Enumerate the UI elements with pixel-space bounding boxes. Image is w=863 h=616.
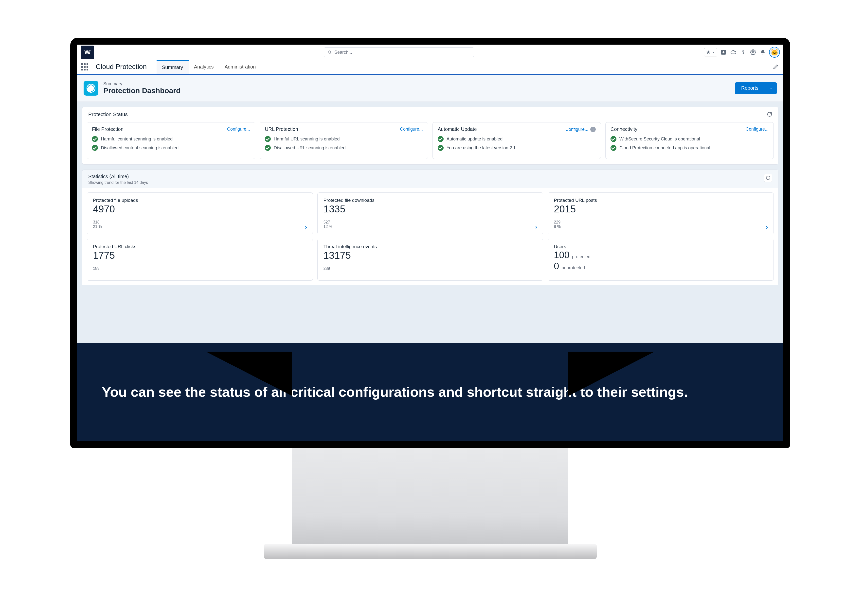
monitor-stand-neck: [292, 448, 569, 544]
refresh-button[interactable]: [767, 112, 772, 117]
stat-card[interactable]: Users 100protected 0unprotected: [548, 239, 774, 281]
svg-line-1: [331, 53, 331, 54]
caret-down-icon: [769, 86, 773, 90]
stat-card[interactable]: Protected URL posts 2015 229 8 %: [548, 192, 774, 234]
user-avatar[interactable]: 🐱: [769, 47, 780, 58]
stat-sub1: 527: [323, 220, 537, 225]
check-icon: [611, 136, 616, 142]
protection-status-title: Protection Status: [88, 112, 128, 117]
svg-point-0: [328, 51, 331, 53]
app-screen: W/ Search...: [77, 45, 783, 441]
stat-card[interactable]: Protected file downloads 1335 527 12 %: [317, 192, 543, 234]
notifications-button[interactable]: [759, 49, 767, 55]
stat-sub2: 21 %: [93, 225, 307, 229]
stat-value: 100: [554, 250, 569, 261]
status-card-title: Connectivity: [611, 126, 638, 132]
pencil-icon: [773, 64, 778, 69]
favorites-dropdown[interactable]: [704, 48, 717, 57]
star-icon: [706, 50, 710, 55]
status-card-url-protection: URL ProtectionConfigure...Harmful URL sc…: [260, 122, 428, 159]
page-header: Summary Protection Dashboard Reports: [77, 75, 783, 102]
status-line: Disallowed URL scanning is enabled: [265, 145, 423, 151]
stat-value: 2015: [554, 204, 768, 215]
check-icon: [611, 145, 616, 151]
page-title: Protection Dashboard: [103, 86, 181, 95]
protection-status-panel: Protection Status File ProtectionConfigu…: [82, 107, 778, 165]
stat-card[interactable]: Protected file uploads 4970 318 21 %: [87, 192, 313, 234]
app-launcher-icon[interactable]: [81, 63, 88, 71]
configure-link[interactable]: Configure...: [400, 127, 423, 132]
statistics-title: Statistics (All time): [88, 174, 148, 179]
status-card-title: URL Protection: [265, 126, 298, 132]
stat-value: 13175: [323, 250, 537, 261]
search-placeholder: Search...: [334, 50, 352, 55]
stat-label: Protected URL clicks: [93, 244, 307, 249]
app-name: Cloud Protection: [96, 63, 147, 71]
configure-link[interactable]: Configure...: [227, 127, 250, 132]
help-button[interactable]: [739, 49, 747, 55]
stat-card[interactable]: Protected URL clicks 1775 189: [87, 239, 313, 281]
app-nav: Cloud Protection Summary Analytics Admin…: [77, 60, 783, 75]
status-card-connectivity: ConnectivityConfigure...WithSecure Secur…: [605, 122, 774, 159]
svg-marker-2: [707, 50, 710, 54]
stat-sub2: 12 %: [323, 225, 537, 229]
stat-card[interactable]: Threat intelligence events 13175 289: [317, 239, 543, 281]
stat-suffix: protected: [572, 254, 591, 259]
check-icon: [265, 145, 271, 151]
stat-sub1: 289: [323, 266, 537, 271]
cloud-icon: [730, 49, 737, 55]
chevron-right-icon: [304, 225, 308, 229]
stat-value: 1335: [323, 204, 537, 215]
add-button[interactable]: [720, 49, 727, 55]
caption-overlay: You can see the status of all critical c…: [77, 343, 783, 441]
global-header: W/ Search...: [77, 45, 783, 60]
info-icon[interactable]: i: [590, 127, 596, 132]
edit-nav-button[interactable]: [773, 64, 778, 69]
status-line: Automatic update is enabled: [438, 136, 596, 142]
stat-value: 4970: [93, 204, 307, 215]
status-line: You are using the latest version 2.1: [438, 145, 596, 151]
status-card-file-protection: File ProtectionConfigure...Harmful conte…: [87, 122, 255, 159]
stat-sub1: 229: [554, 220, 768, 225]
check-icon: [92, 145, 98, 151]
search-icon: [328, 50, 332, 55]
configure-link[interactable]: Configure...: [565, 127, 588, 132]
page-eyebrow: Summary: [103, 81, 122, 86]
refresh-icon: [767, 112, 772, 117]
tab-summary[interactable]: Summary: [157, 60, 189, 74]
check-icon: [92, 136, 98, 142]
tab-analytics[interactable]: Analytics: [189, 60, 219, 74]
stat-sub1: 189: [93, 266, 307, 271]
stat-sub2: 8 %: [554, 225, 768, 229]
reports-button[interactable]: Reports: [735, 82, 765, 94]
refresh-icon: [765, 176, 770, 181]
stat-label: Protected file downloads: [323, 198, 537, 203]
check-icon: [438, 136, 444, 142]
tab-administration[interactable]: Administration: [219, 60, 261, 74]
reports-dropdown[interactable]: [765, 82, 777, 94]
chevron-right-icon: [765, 225, 769, 229]
stats-refresh-button[interactable]: [764, 174, 772, 182]
app-logo[interactable]: W/: [80, 46, 94, 59]
stat-value: 1775: [93, 250, 307, 261]
header-actions: 🐱: [704, 47, 780, 58]
svg-marker-6: [770, 88, 772, 89]
dashboard-icon: [83, 81, 98, 96]
statistics-subtitle: Showing trend for the last 14 days: [88, 181, 148, 185]
monitor-frame: W/ Search...: [70, 38, 790, 448]
status-line: WithSecure Security Cloud is operational: [611, 136, 769, 142]
svg-point-4: [743, 53, 743, 54]
status-card-title: Automatic Update: [438, 126, 477, 132]
global-search[interactable]: Search...: [324, 47, 474, 57]
settings-button[interactable]: [749, 49, 757, 55]
configure-link[interactable]: Configure...: [746, 127, 769, 132]
stat-label: Protected URL posts: [554, 198, 768, 203]
cloud-button[interactable]: [730, 49, 737, 55]
stat-value-2: 0: [554, 261, 559, 272]
status-card-title: File Protection: [92, 126, 124, 132]
monitor-stand-base: [264, 544, 597, 559]
stat-label: Protected file uploads: [93, 198, 307, 203]
check-icon: [438, 145, 444, 151]
stat-sub1: 318: [93, 220, 307, 225]
check-icon: [265, 136, 271, 142]
